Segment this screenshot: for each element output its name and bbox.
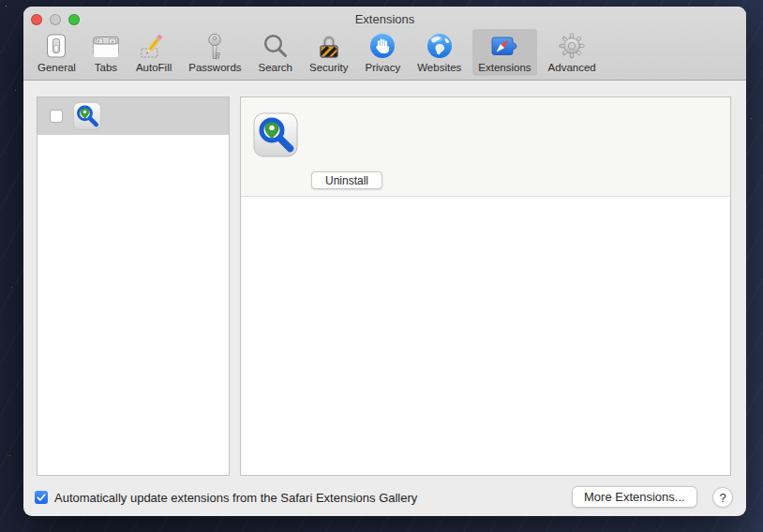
toolbar-item-label: AutoFill — [136, 62, 172, 73]
toolbar-item-tabs[interactable]: × + Tabs — [87, 29, 125, 76]
help-button[interactable]: ? — [712, 487, 733, 508]
toolbar-item-label: Passwords — [188, 62, 241, 73]
search-pin-extension-icon — [253, 112, 298, 157]
toolbar-item-label: Advanced — [548, 62, 596, 73]
toolbar-item-label: Tabs — [95, 62, 117, 73]
wallpaper-stars — [6, 6, 7, 7]
extension-enable-checkbox[interactable] — [50, 110, 63, 123]
toolbar-item-autofill[interactable]: AutoFill — [130, 29, 177, 76]
toolbar-item-label: Websites — [417, 62, 461, 73]
toolbar-item-general[interactable]: General — [32, 29, 82, 76]
extensions-list — [37, 96, 230, 476]
auto-update-label: Automatically update extensions from the… — [54, 491, 417, 505]
toolbar-item-search[interactable]: Search — [253, 29, 298, 76]
auto-update-checkbox[interactable] — [35, 491, 48, 504]
advanced-icon — [559, 32, 585, 60]
security-icon — [317, 32, 341, 60]
window-title: Extensions — [23, 12, 746, 26]
search-icon — [262, 32, 288, 60]
safari-preferences-window: Extensions General — [23, 7, 746, 516]
title-toolbar: Extensions General — [23, 7, 746, 81]
tabs-icon: × + — [93, 32, 119, 60]
search-pin-extension-icon — [73, 102, 101, 130]
toolbar-item-security[interactable]: Security — [304, 29, 354, 76]
autofill-icon — [140, 32, 168, 60]
passwords-icon — [206, 32, 223, 60]
general-icon — [44, 32, 68, 60]
toolbar-item-label: Extensions — [478, 62, 531, 73]
toolbar-item-websites[interactable]: Websites — [411, 29, 467, 76]
toolbar-item-advanced[interactable]: Advanced — [543, 29, 602, 76]
extension-detail-header: Uninstall — [241, 97, 730, 197]
extensions-icon — [490, 32, 518, 60]
extension-list-item[interactable] — [37, 97, 229, 135]
extension-detail-panel: Uninstall — [240, 96, 731, 476]
websites-icon — [426, 32, 453, 60]
toolbar-item-label: General — [37, 62, 76, 73]
toolbar-item-label: Search — [259, 62, 292, 73]
toolbar-item-passwords[interactable]: Passwords — [183, 29, 247, 76]
toolbar-item-privacy[interactable]: Privacy — [360, 29, 407, 76]
svg-text:+: + — [111, 37, 114, 43]
more-extensions-button[interactable]: More Extensions... — [572, 486, 697, 508]
preferences-toolbar: General × + Tabs — [32, 29, 602, 76]
uninstall-button[interactable]: Uninstall — [311, 171, 382, 189]
toolbar-item-label: Security — [309, 62, 349, 73]
toolbar-item-label: Privacy — [366, 62, 401, 73]
svg-text:×: × — [97, 37, 99, 43]
toolbar-item-extensions[interactable]: Extensions — [472, 29, 536, 76]
privacy-icon — [369, 32, 396, 60]
